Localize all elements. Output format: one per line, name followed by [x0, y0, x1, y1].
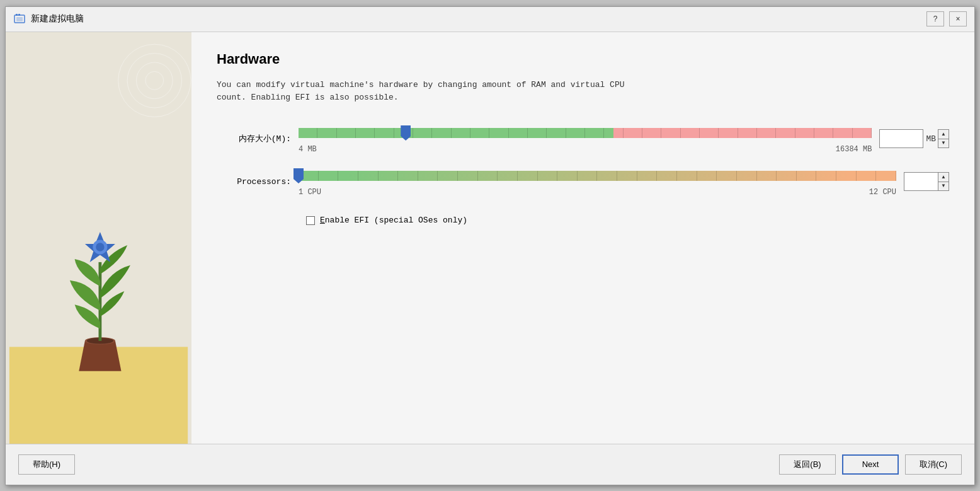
description-line1: You can modify virtual machine's hardwar… [217, 80, 625, 90]
window-controls: ? × [926, 11, 967, 26]
ram-value-input[interactable]: 3072 [879, 129, 923, 148]
ram-slider-labels: 4 MB 16384 MB [299, 145, 872, 154]
ram-row: 内存大小(M): 4 MB 16384 MB 3072 MB [217, 124, 949, 154]
efi-checkbox[interactable] [306, 216, 315, 225]
svg-rect-3 [18, 14, 20, 16]
ram-slider-container: 4 MB 16384 MB [299, 124, 872, 154]
app-icon [13, 13, 26, 25]
ram-slider-thumb[interactable] [401, 125, 411, 141]
section-title: Hardware [217, 51, 949, 67]
cpu-spinner-buttons: ▲ ▼ [938, 172, 949, 191]
cpu-slider-track[interactable] [299, 171, 896, 181]
ram-min-label: 4 MB [299, 145, 317, 154]
cpu-spinner: 1 ▲ ▼ [904, 172, 949, 191]
footer-right: 返回(B) Next 取消(C) [779, 454, 962, 475]
right-panel: Hardware You can modify virtual machine'… [191, 32, 974, 444]
ram-label: 内存大小(M): [217, 133, 299, 144]
window-title: 新建虚拟电脑 [31, 13, 926, 25]
cpu-decrement-button[interactable]: ▼ [938, 182, 949, 191]
dialog-body: Hardware You can modify virtual machine'… [6, 32, 974, 444]
svg-point-13 [96, 243, 104, 251]
efi-row: Enable EFI (special OSes only) [306, 216, 949, 225]
svg-point-6 [137, 62, 173, 99]
cpu-min-label: 1 CPU [299, 188, 321, 197]
back-button[interactable]: 返回(B) [779, 454, 836, 475]
svg-point-5 [127, 53, 181, 107]
ram-decrement-button[interactable]: ▼ [938, 139, 949, 148]
ram-slider-track[interactable] [299, 128, 872, 138]
description-line2: count. Enabling EFI is also possible. [217, 93, 399, 102]
ram-unit: MB [926, 134, 936, 144]
cpu-max-label: 12 CPU [869, 188, 896, 197]
cancel-button[interactable]: 取消(C) [905, 454, 962, 475]
ram-max-label: 16384 MB [836, 145, 872, 154]
title-bar: 新建虚拟电脑 ? × [6, 7, 974, 32]
dialog-footer: 帮助(H) 返回(B) Next 取消(C) [6, 444, 974, 485]
efi-label-rest: nable EFI (special OSes only) [325, 216, 467, 225]
cpu-label: Processors: [217, 177, 299, 187]
cpu-slider-labels: 1 CPU 12 CPU [299, 188, 896, 197]
help-button[interactable]: ? [926, 11, 944, 26]
ram-spinner-buttons: ▲ ▼ [938, 129, 949, 148]
svg-rect-1 [16, 17, 23, 21]
footer-left: 帮助(H) [18, 454, 779, 475]
svg-rect-2 [16, 14, 18, 16]
cpu-increment-button[interactable]: ▲ [938, 173, 949, 182]
cpu-slider-container: 1 CPU 12 CPU [299, 166, 896, 197]
artwork-panel [6, 32, 191, 444]
ram-slider-wrapper [299, 124, 872, 142]
left-panel [6, 32, 191, 444]
svg-point-4 [118, 44, 191, 117]
cpu-value-input[interactable]: 1 [904, 172, 938, 191]
dialog-window: 新建虚拟电脑 ? × [5, 6, 975, 485]
svg-point-7 [145, 71, 164, 90]
help-button[interactable]: 帮助(H) [18, 454, 75, 475]
efi-label: Enable EFI (special OSes only) [320, 216, 467, 225]
cpu-row: Processors: 1 CPU 12 CPU 1 ▲ [217, 166, 949, 197]
ram-spinner: 3072 MB ▲ ▼ [879, 129, 949, 148]
close-button[interactable]: × [949, 11, 967, 26]
description: You can modify virtual machine's hardwar… [217, 79, 949, 105]
ram-increment-button[interactable]: ▲ [938, 130, 949, 139]
next-button[interactable]: Next [842, 454, 899, 475]
cpu-slider-wrapper [299, 166, 896, 185]
efi-label-underline: E [320, 216, 325, 225]
